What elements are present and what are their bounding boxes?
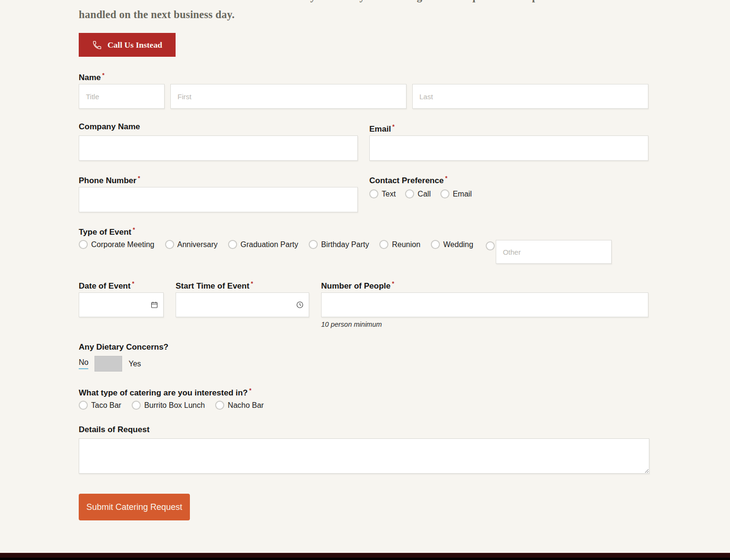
- dietary-group: Any Dietary Concerns? No Yes: [79, 342, 651, 372]
- company-label: Company Name: [79, 122, 140, 131]
- radio-circle-icon[interactable]: [309, 240, 318, 249]
- submit-catering-request-button[interactable]: Submit Catering Request: [79, 494, 190, 520]
- event-date-label: Date of Event: [79, 281, 131, 290]
- radio-option-nacho-bar[interactable]: Nacho Bar: [215, 401, 264, 410]
- dietary-toggle-switch[interactable]: [94, 356, 122, 372]
- contact-preference-group: Contact Preference* Text Call Email: [369, 174, 648, 212]
- clock-icon[interactable]: [296, 301, 304, 309]
- radio-option-email[interactable]: Email: [440, 189, 472, 198]
- dietary-yes-label[interactable]: Yes: [128, 360, 141, 368]
- radio-circle-icon[interactable]: [379, 240, 388, 249]
- radio-label: Birthday Party: [321, 240, 369, 249]
- radio-option-corporate-meeting[interactable]: Corporate Meeting: [79, 240, 155, 249]
- email-input[interactable]: [369, 135, 648, 161]
- phone-contact-row: Phone Number* Contact Preference* Text C…: [79, 174, 651, 212]
- radio-circle-icon[interactable]: [486, 241, 495, 250]
- radio-circle-icon[interactable]: [431, 240, 440, 249]
- event-type-other-input[interactable]: [496, 240, 612, 264]
- catering-type-options: Taco Bar Burrito Box Lunch Nacho Bar: [79, 401, 651, 410]
- radio-label: Anniversary: [177, 240, 218, 249]
- start-time-input[interactable]: [176, 292, 309, 317]
- catering-type-required-asterisk: *: [249, 387, 251, 394]
- dietary-toggle-row: No Yes: [79, 356, 651, 372]
- radio-label: Burrito Box Lunch: [144, 401, 205, 410]
- call-us-label: Call Us Instead: [107, 40, 162, 50]
- name-first-input[interactable]: [170, 84, 407, 109]
- name-title-input[interactable]: [79, 84, 165, 109]
- footer-maroon-bar: [0, 553, 730, 558]
- phone-required-asterisk: *: [138, 175, 140, 182]
- people-label: Number of People: [321, 281, 390, 290]
- details-textarea[interactable]: [79, 438, 649, 474]
- radio-option-anniversary[interactable]: Anniversary: [165, 240, 218, 249]
- radio-label: Nacho Bar: [228, 401, 264, 410]
- footer-black-bar: [0, 558, 730, 560]
- radio-option-graduation-party[interactable]: Graduation Party: [228, 240, 298, 249]
- people-helper-text: 10 person minimum: [321, 321, 648, 328]
- radio-circle-icon[interactable]: [228, 240, 237, 249]
- radio-label: Taco Bar: [91, 401, 121, 410]
- radio-option-call[interactable]: Call: [405, 189, 431, 198]
- details-label: Details of Request: [79, 425, 149, 434]
- radio-label: Call: [417, 190, 431, 198]
- radio-label: Text: [382, 190, 396, 198]
- start-time-group: Start Time of Event*: [176, 279, 309, 328]
- company-email-row: Company Name Email*: [79, 122, 651, 161]
- radio-circle-icon[interactable]: [405, 189, 414, 198]
- dietary-no-label[interactable]: No: [79, 358, 88, 369]
- radio-option-birthday-party[interactable]: Birthday Party: [309, 240, 369, 249]
- people-group: Number of People* 10 person minimum: [321, 279, 648, 328]
- name-label: Name: [79, 73, 101, 82]
- radio-option-reunion[interactable]: Reunion: [379, 240, 420, 249]
- phone-input[interactable]: [79, 187, 358, 212]
- radio-label: Email: [453, 190, 472, 198]
- company-input[interactable]: [79, 135, 358, 161]
- radio-circle-icon[interactable]: [369, 189, 378, 198]
- email-required-asterisk: *: [392, 124, 395, 130]
- email-label: Email: [369, 124, 391, 134]
- phone-field-group: Phone Number*: [79, 174, 358, 212]
- page-footer: [0, 553, 730, 560]
- radio-circle-icon[interactable]: [165, 240, 174, 249]
- radio-circle-icon[interactable]: [79, 240, 88, 249]
- contact-preference-label: Contact Preference: [369, 176, 444, 185]
- radio-option-other: [486, 240, 612, 264]
- people-required-asterisk: *: [392, 280, 394, 287]
- event-type-options: Corporate Meeting Anniversary Graduation…: [79, 240, 651, 264]
- contact-preference-options: Text Call Email: [369, 189, 648, 198]
- radio-circle-icon[interactable]: [440, 189, 449, 198]
- name-required-asterisk: *: [102, 72, 104, 79]
- event-date-required-asterisk: *: [132, 280, 135, 287]
- event-type-group: Type of Event* Corporate Meeting Anniver…: [79, 225, 651, 264]
- radio-label: Corporate Meeting: [91, 240, 155, 249]
- name-field-group: Name*: [79, 71, 651, 109]
- radio-option-burrito-box-lunch[interactable]: Burrito Box Lunch: [132, 401, 205, 410]
- call-us-button[interactable]: Call Us Instead: [79, 33, 176, 57]
- people-input[interactable]: [321, 292, 648, 317]
- event-type-required-asterisk: *: [133, 227, 135, 233]
- company-field-group: Company Name: [79, 122, 358, 161]
- dietary-label: Any Dietary Concerns?: [79, 342, 168, 352]
- name-last-input[interactable]: [412, 84, 648, 109]
- details-group: Details of Request: [79, 425, 651, 476]
- radio-option-taco-bar[interactable]: Taco Bar: [79, 401, 121, 410]
- event-type-label: Type of Event: [79, 228, 131, 237]
- radio-label: Graduation Party: [240, 240, 298, 249]
- start-time-required-asterisk: *: [251, 280, 253, 287]
- start-time-label: Start Time of Event: [176, 281, 250, 290]
- catering-type-group: What type of catering are you interested…: [79, 386, 651, 410]
- phone-icon: [92, 40, 102, 50]
- radio-label: Reunion: [392, 240, 420, 249]
- radio-label: Wedding: [443, 240, 473, 249]
- radio-option-wedding[interactable]: Wedding: [431, 240, 473, 249]
- radio-circle-icon[interactable]: [132, 401, 141, 410]
- email-field-group: Email*: [369, 122, 648, 161]
- catering-type-label: What type of catering are you interested…: [79, 388, 248, 397]
- radio-circle-icon[interactable]: [79, 401, 88, 410]
- phone-label: Phone Number: [79, 176, 136, 185]
- radio-circle-icon[interactable]: [215, 401, 224, 410]
- form-content: Please fill out the form below and we wi…: [79, 0, 651, 520]
- radio-option-text[interactable]: Text: [369, 189, 396, 198]
- event-date-group: Date of Event*: [79, 279, 164, 328]
- calendar-icon[interactable]: [150, 301, 158, 309]
